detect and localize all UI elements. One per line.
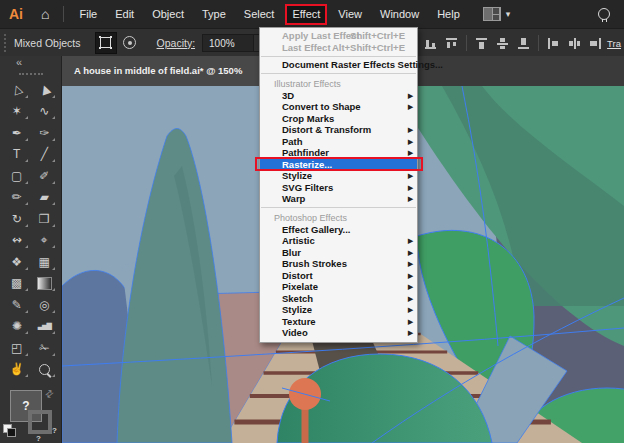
menu-separator	[261, 56, 416, 57]
magic-wand-tool[interactable]: ✶	[3, 101, 31, 123]
submenu-arrow-icon: ▶	[408, 270, 413, 282]
illustrator-window: Ai ⌂ File Edit Object Type Select Effect…	[0, 0, 624, 443]
selection-type-label: Mixed Objects	[14, 37, 81, 49]
menu-item-sketch[interactable]: Sketch▶	[260, 293, 417, 305]
pen-tool[interactable]: ✒	[3, 122, 31, 144]
panel-drag-grip[interactable]	[19, 73, 43, 75]
menu-item-rasterize[interactable]: Rasterize...	[260, 159, 417, 171]
gradient-tool[interactable]	[31, 273, 59, 295]
opacity-value-input[interactable]: 100%	[202, 34, 254, 52]
menu-item-texture[interactable]: Texture▶	[260, 316, 417, 328]
home-icon[interactable]: ⌂	[33, 6, 57, 22]
menu-select[interactable]: Select	[235, 2, 284, 26]
menu-item-distort-photoshop[interactable]: Distort▶	[260, 270, 417, 282]
menu-item-pixelate[interactable]: Pixelate▶	[260, 281, 417, 293]
menu-type[interactable]: Type	[193, 2, 235, 26]
menu-view[interactable]: View	[329, 2, 371, 26]
curvature-tool[interactable]: ✑	[31, 122, 59, 144]
menu-help[interactable]: Help	[428, 2, 469, 26]
tool-panel: « ▷ ▶ ✶ ∿ ✒ ✑ T ╱ ▢ ✐ ✏ ▰ ↻ ❐ ↭ ⌖ ❖ ▦ ▩ …	[0, 56, 62, 443]
line-segment-tool[interactable]: ╱	[31, 144, 59, 166]
width-tool[interactable]: ↭	[3, 230, 31, 252]
shaper-tool[interactable]: ✏	[3, 187, 31, 209]
submenu-arrow-icon: ▶	[408, 235, 413, 247]
mesh-tool[interactable]: ▩	[3, 273, 31, 295]
direct-selection-tool[interactable]: ▶	[31, 79, 59, 101]
menu-item-stylize-illustrator[interactable]: Stylize▶	[260, 170, 417, 182]
lasso-tool[interactable]: ∿	[31, 101, 59, 123]
default-fill-stroke-icon[interactable]	[3, 424, 14, 435]
menu-item-document-raster-effects-settings[interactable]: Document Raster Effects Settings...	[260, 59, 417, 71]
eyedropper-tool[interactable]: ✎	[3, 294, 31, 316]
chevron-down-icon[interactable]: ▾	[506, 9, 511, 19]
opacity-link[interactable]: Opacity:	[157, 37, 196, 49]
basic-appearance-button[interactable]	[95, 32, 117, 54]
workspace-switcher-icon[interactable]	[483, 7, 501, 21]
column-graph-tool[interactable]: ▃▅▇	[31, 316, 59, 338]
menu-item-video[interactable]: Video▶	[260, 327, 417, 339]
zoom-tool[interactable]	[31, 359, 59, 381]
paintbrush-tool[interactable]: ✐	[31, 165, 59, 187]
distribute-bottom-icon[interactable]	[517, 37, 530, 50]
transform-link[interactable]: Tra	[607, 29, 621, 57]
type-tool[interactable]: T	[3, 144, 31, 166]
distribute-horizontal-center-icon[interactable]	[568, 37, 581, 50]
menu-item-artistic[interactable]: Artistic▶	[260, 235, 417, 247]
submenu-arrow-icon: ▶	[408, 193, 413, 205]
artboard-tool[interactable]: ◰	[3, 337, 31, 359]
menu-item-blur[interactable]: Blur▶	[260, 247, 417, 259]
distribute-top-icon[interactable]	[475, 37, 488, 50]
menu-item-stylize-photoshop[interactable]: Stylize▶	[260, 304, 417, 316]
vertical-align-bottom-icon[interactable]	[424, 37, 437, 50]
menu-separator	[261, 207, 416, 208]
menubar-divider	[63, 6, 64, 22]
menu-item-crop-marks[interactable]: Crop Marks	[260, 113, 417, 125]
distribute-left-icon[interactable]	[547, 37, 560, 50]
vertical-align-top-icon[interactable]	[445, 37, 458, 50]
stroke-color-swatch[interactable]	[28, 410, 52, 434]
scale-tool[interactable]: ❐	[31, 208, 59, 230]
free-transform-tool[interactable]: ⌖	[31, 230, 59, 252]
submenu-arrow-icon: ▶	[408, 182, 413, 194]
slice-tool[interactable]: ✁	[31, 337, 59, 359]
menu-section-illustrator-effects: Illustrator Effects	[260, 77, 417, 90]
rectangle-tool[interactable]: ▢	[3, 165, 31, 187]
target-icon	[123, 36, 136, 49]
symbol-sprayer-tool[interactable]: ✺	[3, 316, 31, 338]
shape-builder-tool[interactable]: ❖	[3, 251, 31, 273]
discover-lightbulb-icon[interactable]	[598, 8, 610, 20]
blend-tool[interactable]: ◎	[31, 294, 59, 316]
menu-item-pathfinder[interactable]: Pathfinder▶	[260, 147, 417, 159]
menu-item-last-effect[interactable]: Last EffectAlt+Shift+Ctrl+E	[260, 42, 417, 54]
distribute-vertical-center-icon[interactable]	[496, 37, 509, 50]
menu-file[interactable]: File	[70, 2, 106, 26]
selection-tool[interactable]: ▷	[3, 79, 31, 101]
submenu-arrow-icon: ▶	[408, 101, 413, 113]
menu-item-3d[interactable]: 3D▶	[260, 90, 417, 102]
menu-item-effect-gallery[interactable]: Effect Gallery...	[260, 224, 417, 236]
swap-fill-stroke-icon[interactable]: ⇄	[42, 387, 55, 401]
menu-item-brush-strokes[interactable]: Brush Strokes▶	[260, 258, 417, 270]
distribute-right-icon[interactable]	[589, 37, 602, 50]
target-button[interactable]	[119, 32, 141, 54]
hand-tool[interactable]: ✌	[3, 359, 31, 381]
submenu-arrow-icon: ▶	[408, 124, 413, 136]
app-logo[interactable]: Ai	[0, 6, 33, 22]
menu-item-path[interactable]: Path▶	[260, 136, 417, 148]
menu-effect[interactable]: Effect	[285, 4, 327, 25]
rotate-tool[interactable]: ↻	[3, 208, 31, 230]
menu-item-apply-last-effect[interactable]: Apply Last EffectShift+Ctrl+E	[260, 30, 417, 42]
perspective-grid-tool[interactable]: ▦	[31, 251, 59, 273]
submenu-arrow-icon: ▶	[408, 170, 413, 182]
menu-item-convert-to-shape[interactable]: Convert to Shape▶	[260, 101, 417, 113]
menu-item-warp[interactable]: Warp▶	[260, 193, 417, 205]
menu-window[interactable]: Window	[371, 2, 428, 26]
menu-item-svg-filters[interactable]: SVG Filters▶	[260, 182, 417, 194]
eraser-tool[interactable]: ▰	[31, 187, 59, 209]
menu-item-distort-transform[interactable]: Distort & Transform▶	[260, 124, 417, 136]
submenu-arrow-icon: ▶	[408, 136, 413, 148]
menu-edit[interactable]: Edit	[106, 2, 143, 26]
menu-object[interactable]: Object	[143, 2, 193, 26]
collapse-panel-icon[interactable]: «	[0, 56, 61, 70]
document-tab[interactable]: A house in middle of field.ai* @ 150%	[62, 56, 272, 86]
